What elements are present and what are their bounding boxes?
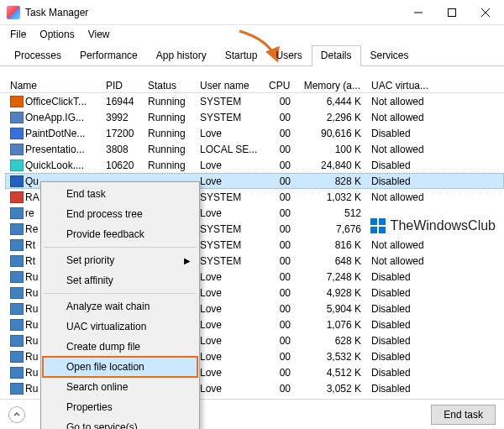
cell-cpu: 00 — [264, 351, 296, 363]
tab-performance[interactable]: Performance — [71, 45, 147, 65]
cell-cpu: 00 — [264, 191, 296, 203]
tab-details[interactable]: Details — [312, 45, 361, 66]
col-status[interactable]: Status — [143, 80, 195, 92]
ctx-end-tree[interactable]: End process tree — [43, 204, 197, 224]
process-icon — [10, 383, 24, 395]
cell-uac: Disabled — [366, 351, 442, 363]
ctx-uac[interactable]: UAC virtualization — [43, 317, 197, 337]
tab-startup[interactable]: Startup — [216, 45, 267, 65]
tab-users[interactable]: Users — [266, 45, 311, 65]
cell-mem: 816 K — [296, 239, 366, 251]
cell-cpu: 00 — [264, 207, 296, 219]
table-row[interactable]: OfficeClickT...16944RunningSYSTEM006,444… — [5, 93, 504, 109]
cell-uac: Disabled — [366, 303, 442, 315]
cell-pid: 3808 — [101, 144, 143, 155]
process-icon — [10, 271, 24, 283]
expand-button[interactable] — [8, 406, 25, 423]
menu-file[interactable]: File — [5, 27, 31, 42]
cell-pid: 10620 — [101, 160, 143, 171]
cell-mem: 90,616 K — [296, 128, 366, 139]
ctx-analyze[interactable]: Analyze wait chain — [43, 296, 197, 317]
ctx-end-task[interactable]: End task — [43, 184, 197, 204]
col-user[interactable]: User name — [195, 80, 264, 92]
menubar: File Options View — [0, 25, 504, 45]
ctx-goto-services[interactable]: Go to service(s) — [43, 417, 197, 429]
cell-status: Running — [143, 128, 195, 139]
process-icon — [10, 239, 24, 251]
tab-app-history[interactable]: App history — [147, 45, 216, 65]
end-task-button[interactable]: End task — [431, 405, 496, 425]
cell-user: Love — [195, 367, 264, 379]
cell-mem: 100 K — [296, 144, 366, 155]
cell-mem: 3,532 K — [296, 351, 366, 363]
cell-uac: Disabled — [366, 367, 442, 379]
col-mem[interactable]: Memory (a... — [296, 80, 366, 92]
cell-pid: 16944 — [101, 96, 143, 107]
cell-user: SYSTEM — [195, 191, 264, 203]
cell-uac: Not allowed — [366, 239, 442, 251]
col-cpu[interactable]: CPU — [264, 80, 296, 92]
process-icon — [10, 223, 24, 235]
cell-cpu: 00 — [264, 160, 296, 171]
table-row[interactable]: OneApp.IG...3992RunningSYSTEM002,296 KNo… — [5, 109, 504, 125]
close-button[interactable] — [469, 1, 502, 24]
table-row[interactable]: PaintDotNe...17200RunningLove0090,616 KD… — [5, 125, 504, 141]
cell-pid: 3992 — [101, 112, 143, 123]
cell-cpu: 00 — [264, 223, 296, 235]
cell-mem: 512 — [296, 207, 366, 219]
cell-user: Love — [195, 335, 264, 347]
process-icon — [10, 160, 24, 171]
cell-uac: Disabled — [366, 271, 442, 283]
cell-status: Running — [143, 96, 195, 107]
maximize-button[interactable] — [435, 1, 469, 24]
menu-options[interactable]: Options — [34, 27, 79, 42]
cell-uac: Disabled — [366, 128, 442, 139]
ctx-priority[interactable]: Set priority ▶ — [43, 250, 197, 270]
cell-cpu: 00 — [264, 128, 296, 139]
cell-user: LOCAL SE... — [195, 144, 264, 155]
cell-cpu: 00 — [264, 271, 296, 283]
watermark: TheWindowsClub — [370, 218, 496, 233]
cell-mem: 828 K — [296, 175, 366, 187]
table-row[interactable]: QuickLook....10620RunningLove0024,840 KD… — [5, 157, 504, 173]
ctx-separator — [44, 293, 197, 294]
cell-user: SYSTEM — [195, 96, 264, 107]
ctx-properties[interactable]: Properties — [43, 397, 197, 417]
table-row[interactable]: Presentatio...3808RunningLOCAL SE...0010… — [5, 141, 504, 157]
ctx-dump[interactable]: Create dump file — [43, 337, 197, 357]
cell-name: Presentatio... — [5, 144, 101, 155]
minimize-button[interactable] — [402, 1, 435, 24]
process-icon — [10, 351, 24, 363]
col-pid[interactable]: PID — [101, 80, 143, 92]
app-icon — [7, 6, 20, 19]
col-uac[interactable]: UAC virtua... — [366, 80, 442, 92]
cell-cpu: 00 — [264, 303, 296, 315]
process-icon — [10, 96, 24, 107]
process-icon — [10, 144, 24, 155]
ctx-affinity[interactable]: Set affinity — [43, 270, 197, 290]
col-name[interactable]: Name — [5, 80, 101, 92]
ctx-priority-label: Set priority — [66, 254, 114, 266]
svg-rect-1 — [449, 8, 456, 16]
cell-pid: 17200 — [101, 128, 143, 139]
tab-services[interactable]: Services — [361, 45, 418, 65]
cell-mem: 6,444 K — [296, 96, 366, 107]
ctx-feedback[interactable]: Provide feedback — [43, 224, 197, 244]
tab-processes[interactable]: Processes — [5, 45, 71, 65]
cell-user: Love — [195, 351, 264, 363]
process-icon — [10, 207, 24, 219]
ctx-open-file-location[interactable]: Open file location — [43, 357, 197, 377]
cell-user: Love — [195, 271, 264, 283]
menu-view[interactable]: View — [83, 27, 115, 42]
cell-user: SYSTEM — [195, 112, 264, 123]
cell-user: Love — [195, 303, 264, 315]
process-icon — [10, 335, 24, 347]
ctx-search[interactable]: Search online — [43, 377, 197, 397]
tab-bar: Processes Performance App history Startu… — [0, 45, 504, 66]
cell-cpu: 00 — [264, 319, 296, 331]
process-icon — [10, 287, 24, 299]
cell-mem: 24,840 K — [296, 160, 366, 171]
cell-name: QuickLook.... — [5, 160, 101, 171]
process-icon — [10, 128, 24, 139]
context-menu: End task End process tree Provide feedba… — [40, 181, 200, 429]
